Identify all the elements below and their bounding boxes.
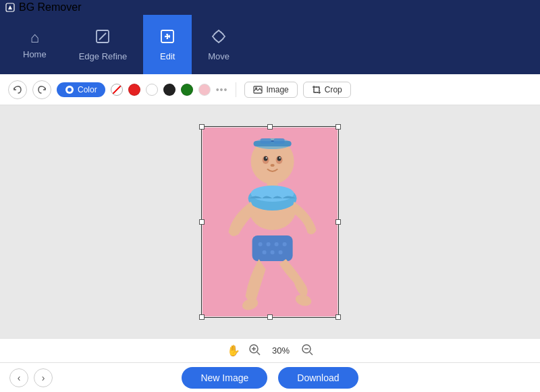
svg-line-37 [257, 352, 260, 355]
edit-icon [159, 28, 176, 47]
svg-point-15 [277, 156, 281, 161]
baby-figure [212, 134, 333, 316]
main-content: Color ••• Image Crop [0, 74, 540, 392]
svg-point-7 [256, 88, 257, 89]
nav-label-edit: Edit [160, 51, 175, 61]
svg-rect-11 [254, 141, 292, 146]
redo-button[interactable] [32, 80, 51, 99]
new-image-button[interactable]: New Image [182, 367, 267, 389]
next-button[interactable]: › [34, 368, 53, 387]
svg-point-27 [283, 242, 287, 246]
prev-icon: ‹ [18, 372, 21, 383]
svg-point-31 [241, 296, 260, 312]
crop-button-label: Crop [325, 85, 342, 94]
nav-label-move: Move [208, 51, 230, 61]
crop-button[interactable]: Crop [303, 82, 351, 98]
nav-item-edit[interactable]: Edit [143, 15, 192, 74]
more-colors-button[interactable]: ••• [216, 84, 228, 95]
svg-rect-34 [274, 138, 285, 144]
color-swatch-red[interactable] [128, 84, 140, 96]
image-container [202, 128, 338, 316]
no-color-swatch[interactable] [111, 84, 123, 96]
toolbar-separator [236, 82, 236, 97]
move-icon [211, 28, 227, 47]
nav-label-home: Home [23, 49, 47, 59]
svg-point-24 [259, 242, 263, 246]
download-button[interactable]: Download [278, 367, 358, 389]
svg-point-18 [271, 164, 275, 167]
svg-point-5 [68, 88, 72, 92]
edge-refine-icon [94, 28, 111, 47]
svg-point-30 [279, 250, 283, 254]
color-swatch-black[interactable] [163, 84, 176, 96]
svg-rect-23 [252, 235, 293, 261]
image-button-label: Image [266, 85, 288, 94]
zoom-out-icon[interactable] [301, 343, 313, 358]
color-button[interactable]: Color [57, 82, 105, 97]
svg-point-16 [266, 157, 267, 159]
image-background [202, 128, 338, 316]
svg-point-32 [294, 293, 313, 308]
svg-point-17 [279, 157, 281, 159]
nav-bar: ⌂ Home Edge Refine Edit Move [0, 15, 540, 74]
svg-point-22 [251, 186, 294, 202]
svg-point-25 [267, 242, 271, 246]
svg-rect-33 [261, 138, 271, 144]
next-icon: › [42, 372, 45, 383]
new-image-label: New Image [200, 372, 248, 383]
nav-item-edge-refine[interactable]: Edge Refine [63, 15, 144, 74]
hand-tool-icon[interactable]: ✋ [227, 344, 240, 357]
svg-point-26 [275, 242, 279, 246]
bottom-bar: ‹ › New Image Download [0, 362, 540, 392]
nav-item-home[interactable]: ⌂ Home [7, 15, 63, 74]
app-icon [5, 3, 15, 12]
zoom-bar: ✋ 30% [0, 338, 540, 362]
toolbar: Color ••• Image Crop [0, 74, 540, 105]
color-swatch-green[interactable] [181, 84, 193, 96]
svg-point-28 [263, 250, 267, 254]
image-button[interactable]: Image [244, 82, 297, 98]
zoom-in-icon[interactable] [248, 343, 261, 358]
download-label: Download [297, 372, 339, 383]
title-bar: BG Remover [0, 0, 540, 15]
svg-rect-8 [314, 87, 319, 92]
app-title: BG Remover [19, 1, 81, 13]
home-icon: ⌂ [30, 30, 39, 45]
svg-point-29 [271, 250, 275, 254]
nav-item-move[interactable]: Move [192, 15, 246, 74]
canvas-area [0, 105, 540, 338]
svg-point-14 [264, 156, 268, 161]
color-button-label: Color [78, 85, 97, 94]
zoom-level: 30% [269, 345, 293, 356]
undo-button[interactable] [8, 80, 27, 99]
color-swatch-white[interactable] [146, 84, 158, 96]
svg-line-41 [310, 352, 313, 355]
nav-label-edge-refine: Edge Refine [79, 51, 128, 61]
color-swatch-pink[interactable] [198, 84, 211, 96]
prev-button[interactable]: ‹ [9, 368, 28, 387]
baby-svg [212, 134, 333, 316]
